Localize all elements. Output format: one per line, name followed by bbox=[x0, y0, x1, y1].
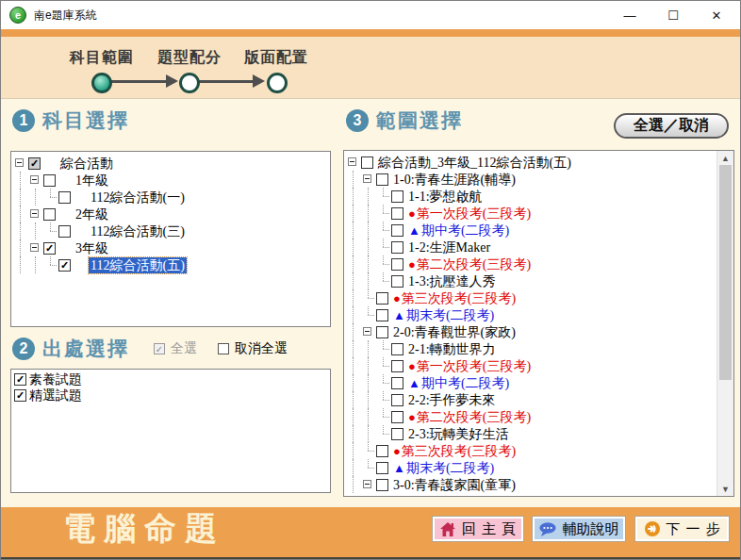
tree-checkbox[interactable] bbox=[58, 225, 71, 238]
source-item-label[interactable]: 素養試題 bbox=[29, 371, 82, 388]
tree-indent-line bbox=[361, 255, 376, 272]
tree-checkbox[interactable] bbox=[391, 241, 403, 254]
scrollbar-thumb[interactable] bbox=[719, 165, 732, 380]
tree-checkbox[interactable] bbox=[391, 207, 403, 220]
tree-checkbox[interactable] bbox=[376, 173, 388, 186]
help-button[interactable]: 輔助說明 bbox=[532, 516, 626, 542]
tree-item-label[interactable]: ▲期末考(二段考) bbox=[391, 460, 496, 476]
tree-item-label[interactable]: ●第一次段考(三段考) bbox=[406, 206, 533, 222]
tree-item-label[interactable]: ▲期中考(二段考) bbox=[406, 375, 511, 391]
tree-item-label[interactable]: 2-2:手作夢未來 bbox=[406, 392, 498, 408]
tree-item-label[interactable]: 1年級 bbox=[74, 173, 110, 189]
tree-item-label[interactable]: 3年級 bbox=[74, 240, 110, 256]
collapse-minus-icon[interactable] bbox=[363, 480, 371, 488]
next-step-button[interactable]: 下一步 bbox=[634, 516, 730, 542]
tree-item-label[interactable]: 綜合活動_3年級_112綜合活動(五) bbox=[376, 155, 573, 171]
tree-indent-line bbox=[28, 189, 43, 206]
tree-indent-line bbox=[346, 374, 361, 391]
tree-item-label[interactable]: ●第二次段考(三段考) bbox=[406, 256, 533, 272]
tree-checkbox[interactable] bbox=[376, 292, 388, 305]
select-all-checkbox[interactable]: ✓ bbox=[154, 343, 165, 354]
tree-item-label[interactable]: 112綜合活動(三) bbox=[89, 223, 187, 239]
tree-row: ▲期中考(二段考) bbox=[346, 374, 719, 391]
source-item-label[interactable]: 精選試題 bbox=[29, 387, 82, 404]
close-button[interactable]: ✕ bbox=[695, 1, 738, 29]
tree-item-label[interactable]: 1-3:抗壓達人秀 bbox=[406, 273, 498, 289]
tree-item-label[interactable]: 1-0:青春生涯路(輔導) bbox=[391, 172, 518, 188]
tree-item-label[interactable]: 2年級 bbox=[74, 206, 110, 222]
tree-item-label[interactable]: ▲期中考(二段考) bbox=[406, 222, 511, 239]
deselect-all-checkbox[interactable] bbox=[218, 343, 229, 354]
tree-checkbox[interactable] bbox=[391, 224, 403, 237]
tree-indent-line bbox=[346, 289, 361, 306]
tree-checkbox[interactable] bbox=[391, 275, 403, 288]
tree-connector-line bbox=[361, 442, 376, 459]
tree-item-label[interactable]: ●第一次段考(三段考) bbox=[406, 358, 533, 374]
window-controls: — ☐ ✕ bbox=[608, 1, 738, 29]
tree-connector-line bbox=[376, 357, 391, 374]
tree-checkbox[interactable] bbox=[376, 462, 388, 474]
tree-item-label[interactable]: ▲期末考(二段考) bbox=[391, 307, 496, 323]
tree-item-label[interactable]: 3-0:青春護家園(童軍) bbox=[391, 477, 518, 493]
tree-checkbox[interactable]: ✓ bbox=[28, 157, 41, 170]
collapse-minus-icon[interactable] bbox=[30, 175, 39, 184]
source-item-checkbox[interactable]: ✓ bbox=[14, 389, 26, 402]
tree-checkbox[interactable] bbox=[391, 411, 403, 423]
tree-checkbox[interactable] bbox=[376, 479, 388, 491]
tree-item-label[interactable]: ●第二次段考(三段考) bbox=[406, 409, 533, 425]
collapse-minus-icon[interactable] bbox=[348, 157, 356, 166]
tree-indent-line bbox=[361, 239, 376, 255]
tree-checkbox[interactable] bbox=[391, 377, 403, 389]
select-all-toggle-button[interactable]: 全選／取消 bbox=[614, 113, 729, 139]
tree-row: 1-3:抗壓達人秀 bbox=[346, 272, 719, 289]
tree-item-label[interactable]: ●第三次段考(三段考) bbox=[391, 290, 518, 306]
minimize-button[interactable]: — bbox=[608, 1, 651, 29]
tree-checkbox[interactable] bbox=[391, 394, 403, 406]
tree-checkbox[interactable] bbox=[391, 360, 403, 372]
tree-checkbox[interactable]: ✓ bbox=[58, 259, 71, 272]
vertical-scrollbar[interactable]: ▲ ▼ bbox=[716, 151, 733, 496]
tree-row: ●第三次段考(三段考) bbox=[346, 289, 719, 306]
section-number-badge: 1 bbox=[12, 109, 35, 132]
tree-item-label[interactable]: 112綜合活動(一) bbox=[89, 189, 187, 206]
scroll-up-icon[interactable]: ▲ bbox=[717, 151, 733, 165]
tree-checkbox[interactable] bbox=[376, 445, 388, 457]
tree-row: ▲期末考(二段考) bbox=[346, 459, 719, 476]
tree-indent-line bbox=[346, 188, 361, 205]
tree-checkbox[interactable] bbox=[43, 174, 56, 187]
tree-item-label[interactable]: 綜合活動 bbox=[58, 156, 115, 172]
scroll-down-icon[interactable]: ▼ bbox=[717, 482, 733, 496]
tree-checkbox[interactable]: ✓ bbox=[43, 242, 56, 255]
tree-row: ✓112綜合活動(五) bbox=[13, 256, 328, 273]
tree-checkbox[interactable] bbox=[391, 428, 403, 440]
collapse-minus-icon[interactable] bbox=[363, 327, 371, 336]
collapse-minus-icon[interactable] bbox=[30, 243, 39, 252]
maximize-button[interactable]: ☐ bbox=[651, 1, 695, 29]
collapse-minus-icon[interactable] bbox=[30, 209, 39, 218]
tree-checkbox[interactable] bbox=[391, 343, 403, 355]
exam-dot-icon: ● bbox=[393, 445, 401, 457]
tree-item-label[interactable]: 112綜合活動(五) bbox=[89, 257, 187, 273]
tree-indent-line bbox=[346, 272, 361, 289]
tree-row: ●第二次段考(三段考) bbox=[346, 255, 719, 272]
tree-checkbox[interactable] bbox=[391, 258, 403, 271]
tree-checkbox[interactable] bbox=[376, 309, 388, 321]
tree-checkbox[interactable] bbox=[376, 326, 388, 338]
source-item-checkbox[interactable]: ✓ bbox=[14, 373, 26, 386]
home-button[interactable]: 回主頁 bbox=[432, 516, 524, 542]
tree-checkbox[interactable] bbox=[361, 156, 373, 169]
tree-checkbox[interactable] bbox=[58, 191, 71, 204]
tree-item-label[interactable]: 2-3:玩轉美好生活 bbox=[406, 426, 511, 442]
tree-checkbox[interactable] bbox=[391, 190, 403, 203]
tree-item-label[interactable]: 2-1:轉動世界力 bbox=[406, 341, 498, 357]
collapse-minus-icon[interactable] bbox=[15, 158, 24, 167]
exam-triangle-icon: ▲ bbox=[408, 224, 420, 237]
tree-item-label[interactable]: ●第三次段考(三段考) bbox=[391, 443, 518, 459]
tree-item-label[interactable]: 2-0:青春觀世界(家政) bbox=[391, 324, 518, 340]
help-button-label: 輔助說明 bbox=[563, 520, 619, 538]
tree-item-label[interactable]: 1-2:生涯Maker bbox=[406, 239, 492, 255]
tree-row: 3-0:青春護家園(童軍) bbox=[346, 476, 719, 493]
tree-checkbox[interactable] bbox=[43, 208, 56, 221]
tree-item-label[interactable]: 1-1:夢想啟航 bbox=[406, 189, 485, 205]
collapse-minus-icon[interactable] bbox=[363, 174, 371, 183]
